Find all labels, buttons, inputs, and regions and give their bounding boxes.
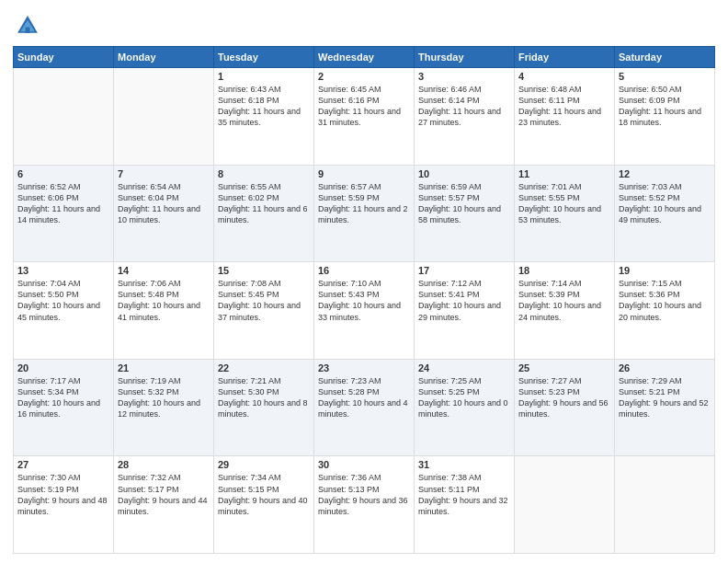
day-info: Sunrise: 7:36 AM Sunset: 5:13 PM Dayligh… xyxy=(318,472,410,517)
day-info: Sunrise: 7:27 AM Sunset: 5:23 PM Dayligh… xyxy=(518,375,610,420)
day-number: 21 xyxy=(118,362,210,373)
day-number: 14 xyxy=(118,265,210,276)
calendar-cell: 10Sunrise: 6:59 AM Sunset: 5:57 PM Dayli… xyxy=(415,165,515,262)
day-info: Sunrise: 6:48 AM Sunset: 6:11 PM Dayligh… xyxy=(518,84,610,129)
day-number: 9 xyxy=(318,168,410,179)
day-info: Sunrise: 7:08 AM Sunset: 5:45 PM Dayligh… xyxy=(218,278,310,323)
day-info: Sunrise: 7:04 AM Sunset: 5:50 PM Dayligh… xyxy=(17,278,109,323)
day-info: Sunrise: 7:32 AM Sunset: 5:17 PM Dayligh… xyxy=(118,472,210,517)
day-info: Sunrise: 7:14 AM Sunset: 5:39 PM Dayligh… xyxy=(518,278,610,323)
day-number: 6 xyxy=(17,168,109,179)
day-number: 31 xyxy=(418,459,510,470)
calendar-cell: 16Sunrise: 7:10 AM Sunset: 5:43 PM Dayli… xyxy=(314,262,415,360)
day-number: 1 xyxy=(218,71,310,82)
calendar-cell: 25Sunrise: 7:27 AM Sunset: 5:23 PM Dayli… xyxy=(515,359,615,456)
week-row-5: 27Sunrise: 7:30 AM Sunset: 5:19 PM Dayli… xyxy=(14,456,715,554)
day-number: 23 xyxy=(318,362,410,373)
day-number: 13 xyxy=(17,265,109,276)
day-number: 29 xyxy=(218,459,310,470)
day-number: 18 xyxy=(518,265,610,276)
day-info: Sunrise: 7:21 AM Sunset: 5:30 PM Dayligh… xyxy=(218,375,310,420)
calendar-cell: 22Sunrise: 7:21 AM Sunset: 5:30 PM Dayli… xyxy=(214,359,314,456)
calendar-cell: 19Sunrise: 7:15 AM Sunset: 5:36 PM Dayli… xyxy=(615,262,715,360)
calendar-cell xyxy=(14,68,114,166)
week-row-2: 6Sunrise: 6:52 AM Sunset: 6:06 PM Daylig… xyxy=(14,165,715,262)
logo-icon xyxy=(15,13,40,39)
day-info: Sunrise: 6:52 AM Sunset: 6:06 PM Dayligh… xyxy=(17,181,109,226)
day-number: 27 xyxy=(17,459,109,470)
header xyxy=(13,9,715,39)
day-info: Sunrise: 6:59 AM Sunset: 5:57 PM Dayligh… xyxy=(418,181,510,226)
day-info: Sunrise: 7:03 AM Sunset: 5:52 PM Dayligh… xyxy=(619,181,711,226)
svg-rect-2 xyxy=(26,28,30,33)
day-number: 25 xyxy=(518,362,610,373)
day-number: 11 xyxy=(518,168,610,179)
calendar-cell: 6Sunrise: 6:52 AM Sunset: 6:06 PM Daylig… xyxy=(14,165,114,262)
calendar-header-row: SundayMondayTuesdayWednesdayThursdayFrid… xyxy=(14,47,715,68)
day-info: Sunrise: 7:01 AM Sunset: 5:55 PM Dayligh… xyxy=(518,181,610,226)
day-header-wednesday: Wednesday xyxy=(314,47,415,68)
calendar-cell: 26Sunrise: 7:29 AM Sunset: 5:21 PM Dayli… xyxy=(615,359,715,456)
calendar-cell: 2Sunrise: 6:45 AM Sunset: 6:16 PM Daylig… xyxy=(314,68,415,166)
day-number: 3 xyxy=(418,71,510,82)
day-number: 28 xyxy=(118,459,210,470)
calendar-cell xyxy=(515,456,615,554)
calendar-cell: 9Sunrise: 6:57 AM Sunset: 5:59 PM Daylig… xyxy=(314,165,415,262)
calendar-cell xyxy=(114,68,214,166)
day-number: 5 xyxy=(619,71,711,82)
calendar-cell: 30Sunrise: 7:36 AM Sunset: 5:13 PM Dayli… xyxy=(314,456,415,554)
day-number: 22 xyxy=(218,362,310,373)
day-info: Sunrise: 7:12 AM Sunset: 5:41 PM Dayligh… xyxy=(418,278,510,323)
day-info: Sunrise: 7:38 AM Sunset: 5:11 PM Dayligh… xyxy=(418,472,510,517)
calendar-cell: 18Sunrise: 7:14 AM Sunset: 5:39 PM Dayli… xyxy=(515,262,615,360)
day-number: 30 xyxy=(318,459,410,470)
calendar-cell: 3Sunrise: 6:46 AM Sunset: 6:14 PM Daylig… xyxy=(415,68,515,166)
day-info: Sunrise: 6:45 AM Sunset: 6:16 PM Dayligh… xyxy=(318,84,410,129)
day-info: Sunrise: 7:15 AM Sunset: 5:36 PM Dayligh… xyxy=(619,278,711,323)
day-info: Sunrise: 7:17 AM Sunset: 5:34 PM Dayligh… xyxy=(17,375,109,420)
day-info: Sunrise: 7:25 AM Sunset: 5:25 PM Dayligh… xyxy=(418,375,510,420)
day-header-sunday: Sunday xyxy=(14,47,114,68)
calendar-cell: 23Sunrise: 7:23 AM Sunset: 5:28 PM Dayli… xyxy=(314,359,415,456)
day-number: 19 xyxy=(619,265,711,276)
day-info: Sunrise: 6:55 AM Sunset: 6:02 PM Dayligh… xyxy=(218,181,310,226)
calendar-cell: 31Sunrise: 7:38 AM Sunset: 5:11 PM Dayli… xyxy=(415,456,515,554)
day-info: Sunrise: 6:54 AM Sunset: 6:04 PM Dayligh… xyxy=(118,181,210,226)
day-number: 10 xyxy=(418,168,510,179)
calendar-cell: 17Sunrise: 7:12 AM Sunset: 5:41 PM Dayli… xyxy=(415,262,515,360)
day-info: Sunrise: 7:10 AM Sunset: 5:43 PM Dayligh… xyxy=(318,278,410,323)
day-number: 26 xyxy=(619,362,711,373)
calendar-cell: 1Sunrise: 6:43 AM Sunset: 6:18 PM Daylig… xyxy=(214,68,314,166)
calendar-cell: 14Sunrise: 7:06 AM Sunset: 5:48 PM Dayli… xyxy=(114,262,214,360)
calendar-cell: 11Sunrise: 7:01 AM Sunset: 5:55 PM Dayli… xyxy=(515,165,615,262)
day-header-thursday: Thursday xyxy=(415,47,515,68)
day-info: Sunrise: 7:23 AM Sunset: 5:28 PM Dayligh… xyxy=(318,375,410,420)
day-number: 2 xyxy=(318,71,410,82)
calendar-cell: 4Sunrise: 6:48 AM Sunset: 6:11 PM Daylig… xyxy=(515,68,615,166)
day-header-tuesday: Tuesday xyxy=(214,47,314,68)
calendar-cell: 13Sunrise: 7:04 AM Sunset: 5:50 PM Dayli… xyxy=(14,262,114,360)
calendar-cell: 27Sunrise: 7:30 AM Sunset: 5:19 PM Dayli… xyxy=(14,456,114,554)
day-info: Sunrise: 7:30 AM Sunset: 5:19 PM Dayligh… xyxy=(17,472,109,517)
day-number: 17 xyxy=(418,265,510,276)
day-info: Sunrise: 7:19 AM Sunset: 5:32 PM Dayligh… xyxy=(118,375,210,420)
logo xyxy=(13,13,40,39)
day-info: Sunrise: 7:29 AM Sunset: 5:21 PM Dayligh… xyxy=(619,375,711,420)
day-number: 12 xyxy=(619,168,711,179)
page: SundayMondayTuesdayWednesdayThursdayFrid… xyxy=(0,0,728,563)
day-header-friday: Friday xyxy=(515,47,615,68)
day-number: 8 xyxy=(218,168,310,179)
day-header-saturday: Saturday xyxy=(615,47,715,68)
calendar-cell: 8Sunrise: 6:55 AM Sunset: 6:02 PM Daylig… xyxy=(214,165,314,262)
week-row-3: 13Sunrise: 7:04 AM Sunset: 5:50 PM Dayli… xyxy=(14,262,715,360)
day-info: Sunrise: 6:57 AM Sunset: 5:59 PM Dayligh… xyxy=(318,181,410,226)
day-number: 7 xyxy=(118,168,210,179)
calendar-cell xyxy=(615,456,715,554)
calendar-cell: 29Sunrise: 7:34 AM Sunset: 5:15 PM Dayli… xyxy=(214,456,314,554)
calendar-cell: 21Sunrise: 7:19 AM Sunset: 5:32 PM Dayli… xyxy=(114,359,214,456)
day-number: 4 xyxy=(518,71,610,82)
day-number: 15 xyxy=(218,265,310,276)
day-number: 24 xyxy=(418,362,510,373)
calendar-cell: 20Sunrise: 7:17 AM Sunset: 5:34 PM Dayli… xyxy=(14,359,114,456)
day-info: Sunrise: 6:46 AM Sunset: 6:14 PM Dayligh… xyxy=(418,84,510,129)
